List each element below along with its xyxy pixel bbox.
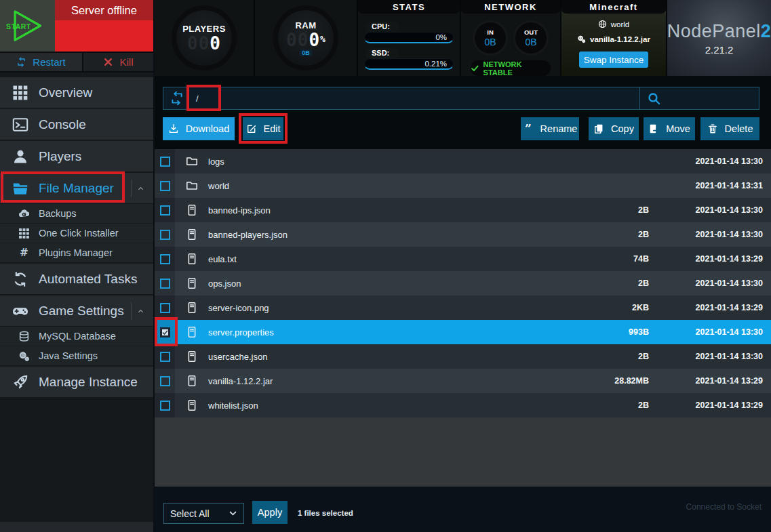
rename-button[interactable]: ” Rename xyxy=(521,117,579,140)
quote-icon: ” xyxy=(523,123,534,134)
sidebar-item-manage-instance[interactable]: Manage Instance xyxy=(0,367,153,397)
sidebar-item-label: Players xyxy=(39,149,81,164)
file-row-logs[interactable]: logs2021-01-14 13:30 xyxy=(155,149,771,173)
file-size: 2B xyxy=(574,352,649,361)
sidebar-item-label: File Manager xyxy=(39,181,114,196)
move-button[interactable]: Move xyxy=(644,117,695,140)
row-checkbox[interactable] xyxy=(160,157,170,167)
file-row-usercache-json[interactable]: usercache.json2B2021-01-14 13:30 xyxy=(155,344,771,369)
file-row-server-icon-png[interactable]: server-icon.png2KB2021-01-14 13:29 xyxy=(155,295,771,320)
sidebar-item-game-settings[interactable]: Game Settings xyxy=(0,295,153,326)
row-checkbox[interactable] xyxy=(160,303,170,313)
edit-button[interactable]: Edit xyxy=(243,117,283,140)
file-modified-date: 2021-01-14 13:29 xyxy=(649,376,771,386)
file-row-vanilla-1-12-2-jar[interactable]: vanilla-1.12.2.jar28.82MB2021-01-14 13:2… xyxy=(155,369,771,393)
file-name: whitelist.json xyxy=(208,401,574,411)
row-checkbox[interactable] xyxy=(160,327,170,337)
file-name: banned-ips.json xyxy=(208,205,574,216)
file-row-banned-ips-json[interactable]: banned-ips.json2B2021-01-14 13:30 xyxy=(155,198,771,222)
file-icon xyxy=(186,253,198,265)
file-icon xyxy=(186,399,198,411)
restart-label: Restart xyxy=(33,56,65,68)
checkbox-cell xyxy=(155,369,175,393)
grid-icon xyxy=(18,228,30,239)
search-input[interactable] xyxy=(660,87,771,110)
footer-bar: Select All Apply 1 files selected Connec… xyxy=(155,487,771,532)
search-icon xyxy=(648,92,660,105)
file-list: logs2021-01-14 13:30world2021-01-14 13:3… xyxy=(155,149,771,487)
select-all-dropdown[interactable]: Select All xyxy=(163,503,244,524)
sidebar-item-players[interactable]: Players xyxy=(0,141,153,171)
row-checkbox[interactable] xyxy=(160,352,170,362)
cpu-label: CPU: xyxy=(366,22,399,32)
chevron-up-icon[interactable] xyxy=(131,180,149,197)
sidebar-item-label: Game Settings xyxy=(39,304,124,319)
brand-panel: NodePanel2 2.21.2 xyxy=(667,0,771,76)
file-size: 2B xyxy=(574,279,649,288)
refresh-icon[interactable] xyxy=(170,91,184,106)
ram-gauge-panel: RAM 000% 0B xyxy=(255,0,357,76)
chevron-up-icon[interactable] xyxy=(131,302,149,320)
sidebar-item-automated-tasks[interactable]: Automated Tasks xyxy=(0,264,153,294)
network-in-gauge: IN 0B xyxy=(473,20,508,56)
sidebar-item-file-manager[interactable]: File Manager xyxy=(0,173,153,203)
sidebar-item-label: Manage Instance xyxy=(39,375,138,390)
file-row-world[interactable]: world2021-01-14 13:31 xyxy=(155,173,771,198)
checkbox-cell xyxy=(155,173,175,198)
sidebar-item-mysql-database[interactable]: MySQL Database xyxy=(0,327,153,346)
restart-button[interactable]: Restart xyxy=(0,53,83,71)
row-checkbox[interactable] xyxy=(160,181,170,191)
cloud-backup-icon xyxy=(18,208,30,220)
sidebar-item-overview[interactable]: Overview xyxy=(0,77,153,108)
file-row-banned-players-json[interactable]: banned-players.json2B2021-01-14 13:30 xyxy=(155,222,771,247)
sidebar-item-plugins-manager[interactable]: #Plugins Manager xyxy=(0,243,153,262)
players-gauge-label: PLAYERS xyxy=(182,24,226,34)
instance-panel-title: Minecraft xyxy=(561,0,666,14)
file-row-eula-txt[interactable]: eula.txt74B2021-01-14 13:29 xyxy=(155,247,771,271)
file-modified-date: 2021-01-14 13:30 xyxy=(649,352,771,361)
globe-icon xyxy=(598,20,607,28)
row-checkbox[interactable] xyxy=(160,254,170,264)
start-server-button[interactable]: START xyxy=(0,0,55,52)
file-icon xyxy=(186,375,198,387)
path-bar[interactable]: / xyxy=(163,87,759,110)
file-row-ops-json[interactable]: ops.json2B2021-01-14 13:30 xyxy=(155,271,771,295)
restart-icon xyxy=(16,57,26,67)
row-checkbox[interactable] xyxy=(160,230,170,240)
cpu-bar: 0% xyxy=(364,32,454,43)
gears-icon xyxy=(18,350,30,362)
swap-instance-button[interactable]: Swap Instance xyxy=(579,52,648,68)
file-name: world xyxy=(208,181,574,191)
sidebar-item-backups[interactable]: Backups xyxy=(0,204,153,223)
row-checkbox[interactable] xyxy=(160,376,170,386)
apply-button[interactable]: Apply xyxy=(252,501,288,524)
folder-icon xyxy=(12,180,28,197)
delete-label: Delete xyxy=(725,123,753,134)
players-gauge-panel: PLAYERS 000 xyxy=(155,0,254,76)
sidebar-item-label: Backups xyxy=(39,208,77,219)
tasks-icon xyxy=(12,271,28,287)
row-checkbox[interactable] xyxy=(160,205,170,216)
file-modified-date: 2021-01-14 13:30 xyxy=(649,157,771,166)
nodepanel-app: START Server offline Restart Kill Overvi… xyxy=(0,0,771,532)
sidebar-item-one-click-installer[interactable]: One Click Installer xyxy=(0,224,153,243)
copy-icon xyxy=(593,123,604,134)
row-checkbox[interactable] xyxy=(160,279,170,289)
ssd-value: 0.21% xyxy=(424,60,447,68)
server-status-block xyxy=(55,20,153,52)
file-row-whitelist-json[interactable]: whitelist.json2B2021-01-14 13:29 xyxy=(155,393,771,417)
network-in-label: IN xyxy=(487,28,494,36)
copy-button[interactable]: Copy xyxy=(589,117,639,140)
cpu-stat: CPU: 0% xyxy=(364,20,454,43)
kill-button[interactable]: Kill xyxy=(83,53,153,71)
file-size: 2B xyxy=(574,230,649,239)
delete-button[interactable]: Delete xyxy=(700,117,759,140)
svg-text:#: # xyxy=(20,247,28,259)
sidebar-item-java-settings[interactable]: Java Settings xyxy=(0,346,153,365)
row-checkbox[interactable] xyxy=(160,401,170,411)
file-row-server-properties[interactable]: server.properties993B2021-01-14 13:30 xyxy=(155,320,771,344)
svg-text:”: ” xyxy=(525,123,532,134)
download-button[interactable]: Download xyxy=(163,117,235,140)
sidebar-item-console[interactable]: Console xyxy=(0,109,153,140)
chevron-down-icon xyxy=(229,509,237,518)
